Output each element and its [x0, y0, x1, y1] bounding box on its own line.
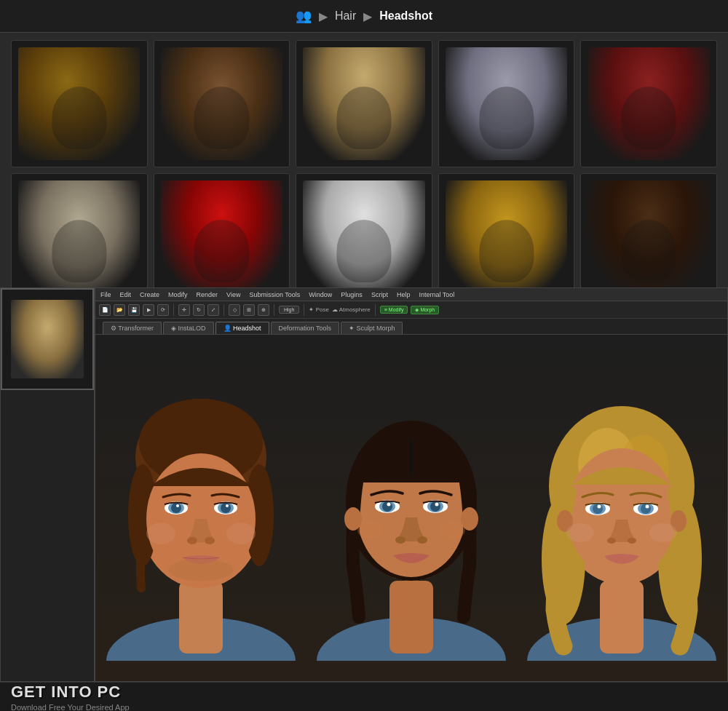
- svg-point-10: [171, 503, 181, 513]
- hair-item-5[interactable]: [580, 40, 717, 167]
- svg-point-37: [417, 536, 427, 544]
- hair-item-4[interactable]: [438, 40, 575, 167]
- menu-plugins[interactable]: Plugins: [339, 291, 364, 298]
- toolbar-div5: [375, 304, 376, 316]
- svg-point-17: [205, 537, 215, 544]
- toolbar-div3: [274, 304, 274, 316]
- face-svg-3: [527, 355, 716, 661]
- toolbar-rotate[interactable]: ↻: [193, 304, 205, 316]
- toolbar-div1: [173, 304, 174, 316]
- face-slot-2: [306, 335, 516, 681]
- svg-point-38: [357, 520, 384, 539]
- menu-window[interactable]: Window: [307, 291, 333, 298]
- tab-transformer[interactable]: ⚙ Transformer: [103, 322, 162, 334]
- hair-render-1: [18, 47, 140, 161]
- svg-point-31: [387, 503, 390, 507]
- toolbar-div2: [223, 304, 224, 316]
- hair-render-4: [446, 47, 567, 161]
- tab-instalod[interactable]: ◈ InstaLOD: [163, 322, 214, 334]
- toolbar-lasso[interactable]: ⊞: [243, 304, 255, 316]
- toolbar-morph-tab[interactable]: ◈ Morph: [411, 306, 439, 314]
- face-svg-2: [317, 355, 506, 661]
- svg-point-60: [628, 538, 636, 544]
- breadcrumb-hair[interactable]: Hair: [335, 9, 356, 23]
- svg-point-15: [226, 504, 229, 507]
- hair-render-8: [303, 180, 424, 294]
- hair-item-1[interactable]: [11, 40, 148, 167]
- menu-submission[interactable]: Submission Tools: [248, 291, 301, 298]
- viewport-3d[interactable]: [95, 335, 727, 681]
- thumbnail-item[interactable]: [1, 288, 94, 390]
- toolbar-move[interactable]: ✛: [178, 304, 190, 316]
- footer: GET INTO PC Download Free Your Desired A…: [0, 682, 728, 711]
- menu-create[interactable]: Create: [138, 291, 161, 298]
- svg-point-61: [566, 523, 594, 542]
- menu-render[interactable]: Render: [195, 291, 220, 298]
- svg-point-54: [598, 505, 601, 509]
- hair-item-2[interactable]: [154, 40, 290, 167]
- toolbar-save[interactable]: 💾: [128, 304, 140, 316]
- software-toolbar: 📄 📂 💾 ▶ ⟳ ✛ ↻ ⤢ ◇ ⊞ ⊕ High ✦ Pose ☁ Atmo…: [95, 301, 727, 319]
- hair-item-7[interactable]: [154, 173, 290, 301]
- toolbar-modify-tab[interactable]: ≡ Modify: [380, 306, 408, 314]
- svg-point-14: [221, 503, 231, 513]
- svg-point-58: [646, 505, 649, 509]
- hair-grid: [11, 40, 717, 301]
- hair-item-6[interactable]: [11, 173, 148, 301]
- hair-item-9[interactable]: [438, 173, 575, 301]
- hair-render-10: [588, 180, 710, 294]
- hair-item-8[interactable]: [296, 173, 432, 301]
- menu-file[interactable]: File: [99, 291, 113, 298]
- menu-script[interactable]: Script: [370, 291, 389, 298]
- software-menubar: File Edit Create Modify Render View Subm…: [95, 288, 727, 301]
- svg-point-18: [168, 559, 234, 581]
- tab-headshot[interactable]: 👤 Headshot: [215, 322, 269, 334]
- toolbar-open[interactable]: 📂: [114, 304, 125, 316]
- svg-point-30: [382, 501, 392, 512]
- hair-grid-section: [0, 33, 728, 308]
- software-tabs-bar: ⚙ Transformer ◈ InstaLOD 👤 Headshot Defo…: [95, 319, 727, 335]
- svg-point-39: [439, 520, 465, 539]
- svg-point-16: [187, 537, 197, 544]
- toolbar-new[interactable]: 📄: [99, 304, 111, 316]
- tab-sculpt[interactable]: ✦ Sculpt Morph: [341, 322, 403, 334]
- software-window: File Edit Create Modify Render View Subm…: [95, 287, 728, 682]
- face-slot-3: [517, 335, 727, 681]
- footer-sub: Download Free Your Desired App: [11, 703, 130, 712]
- hair-render-9: [446, 180, 567, 294]
- hair-render-6: [18, 180, 140, 294]
- toolbar-select[interactable]: ◇: [229, 304, 240, 316]
- quality-dropdown[interactable]: High: [279, 306, 299, 314]
- menu-view[interactable]: View: [225, 291, 242, 298]
- tab-deformation[interactable]: Deformation Tools: [271, 322, 339, 334]
- hair-render-7: [161, 180, 282, 294]
- toolbar-save2[interactable]: ▶: [143, 304, 154, 316]
- breadcrumb-headshot[interactable]: Headshot: [379, 9, 432, 23]
- hair-item-3[interactable]: [296, 40, 432, 167]
- face-slot-1: [95, 335, 306, 681]
- menu-modify[interactable]: Modify: [167, 291, 189, 298]
- hair-item-10[interactable]: [580, 173, 717, 301]
- svg-point-34: [430, 501, 440, 512]
- menu-help[interactable]: Help: [395, 291, 412, 298]
- hair-render-3: [303, 47, 424, 161]
- svg-rect-22: [389, 581, 433, 654]
- menu-edit[interactable]: Edit: [119, 291, 133, 298]
- toolbar-paint[interactable]: ⊕: [258, 304, 269, 316]
- hair-render-2: [161, 47, 282, 161]
- toolbar-pose-label: ✦ Pose: [309, 306, 328, 313]
- svg-point-35: [435, 503, 438, 507]
- face-svg-1: [106, 355, 296, 661]
- toolbar-btn5[interactable]: ⟳: [157, 304, 169, 316]
- people-icon: 👥: [296, 8, 312, 24]
- svg-point-20: [226, 523, 256, 544]
- breadcrumb-separator-2: ▶: [363, 9, 372, 23]
- footer-brand: GET INTO PC: [11, 683, 130, 702]
- svg-point-36: [395, 536, 405, 544]
- svg-rect-1: [179, 581, 223, 654]
- svg-point-59: [607, 538, 616, 544]
- menu-internal[interactable]: Internal Tool: [417, 291, 456, 298]
- svg-point-57: [641, 504, 651, 514]
- toolbar-scale[interactable]: ⤢: [207, 304, 219, 316]
- hair-render-5: [588, 47, 710, 161]
